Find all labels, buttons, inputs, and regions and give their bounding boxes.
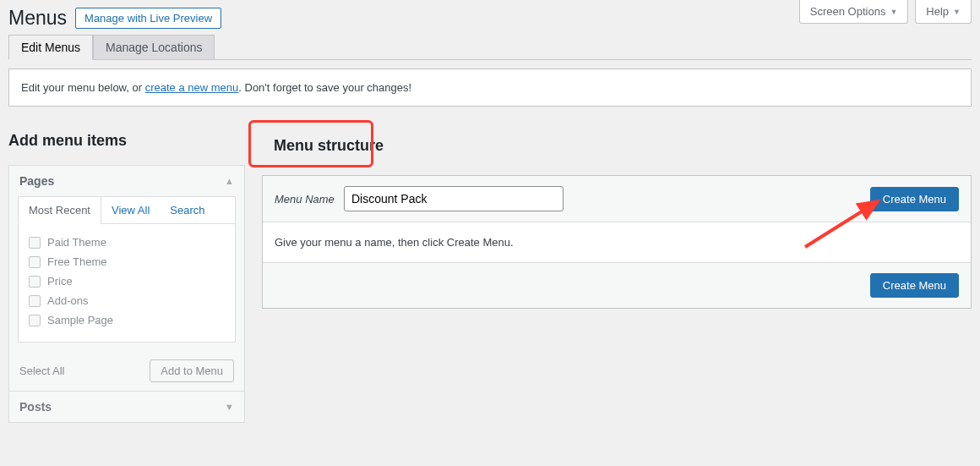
page-title: Menus bbox=[8, 7, 67, 30]
posts-metabox: Posts ▼ bbox=[8, 392, 245, 423]
checkbox[interactable] bbox=[29, 295, 41, 307]
edit-notice: Edit your menu below, or create a new me… bbox=[8, 69, 972, 107]
checkbox[interactable] bbox=[29, 276, 41, 288]
list-item[interactable]: Paid Theme bbox=[29, 233, 225, 252]
checkbox[interactable] bbox=[29, 256, 41, 268]
page-item-label: Paid Theme bbox=[47, 236, 106, 249]
checkbox[interactable] bbox=[29, 237, 41, 249]
notice-prefix: Edit your menu below, or bbox=[21, 81, 145, 94]
list-item[interactable]: Add-ons bbox=[29, 291, 225, 310]
subtab-search[interactable]: Search bbox=[160, 197, 215, 223]
pages-metabox: Pages ▲ Most Recent View All Search Paid… bbox=[8, 165, 245, 392]
page-item-label: Add-ons bbox=[47, 294, 88, 307]
pages-metabox-toggle[interactable]: Pages ▲ bbox=[9, 166, 244, 196]
subtab-most-recent[interactable]: Most Recent bbox=[18, 196, 101, 224]
create-menu-button-top[interactable]: Create Menu bbox=[870, 187, 959, 211]
checkbox[interactable] bbox=[29, 315, 41, 326]
screen-options-tab[interactable]: Screen Options ▼ bbox=[799, 0, 909, 24]
chevron-up-icon: ▲ bbox=[225, 176, 234, 186]
page-item-label: Price bbox=[47, 275, 73, 288]
screen-options-label: Screen Options bbox=[810, 5, 886, 18]
create-menu-button-bottom[interactable]: Create Menu bbox=[870, 273, 959, 298]
chevron-down-icon: ▼ bbox=[225, 402, 234, 412]
chevron-down-icon: ▼ bbox=[953, 8, 961, 16]
add-to-menu-button[interactable]: Add to Menu bbox=[150, 359, 234, 382]
live-preview-button[interactable]: Manage with Live Preview bbox=[75, 8, 221, 29]
list-item[interactable]: Price bbox=[29, 271, 225, 291]
tab-edit-menus[interactable]: Edit Menus bbox=[8, 35, 93, 60]
tab-manage-locations[interactable]: Manage Locations bbox=[93, 35, 215, 59]
posts-metabox-title: Posts bbox=[19, 400, 52, 414]
help-tab[interactable]: Help ▼ bbox=[915, 0, 972, 24]
add-menu-items-heading: Add menu items bbox=[8, 132, 245, 150]
menu-structure-heading: Menu structure bbox=[262, 132, 972, 160]
subtab-view-all[interactable]: View All bbox=[101, 197, 160, 223]
help-label: Help bbox=[926, 5, 949, 18]
select-all-link[interactable]: Select All bbox=[19, 365, 64, 377]
notice-suffix: . Don't forget to save your changes! bbox=[238, 81, 411, 94]
page-item-label: Free Theme bbox=[47, 255, 107, 268]
chevron-down-icon: ▼ bbox=[890, 8, 897, 16]
menu-name-input[interactable] bbox=[344, 186, 564, 211]
menu-instruction: Give your menu a name, then click Create… bbox=[263, 222, 971, 263]
pages-metabox-title: Pages bbox=[19, 174, 54, 188]
posts-metabox-toggle[interactable]: Posts ▼ bbox=[9, 392, 244, 422]
list-item[interactable]: Free Theme bbox=[29, 252, 225, 271]
list-item[interactable]: Sample Page bbox=[29, 310, 225, 330]
create-new-menu-link[interactable]: create a new menu bbox=[145, 81, 239, 94]
menu-name-label: Menu Name bbox=[275, 193, 344, 206]
page-item-label: Sample Page bbox=[47, 314, 113, 326]
